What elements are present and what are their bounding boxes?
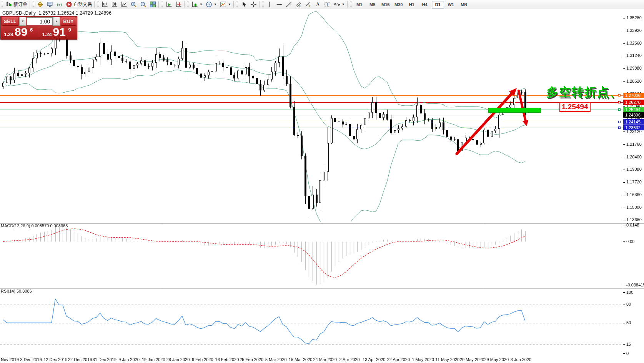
- indicators-icon: [191, 1, 198, 8]
- fibonacci-tool-button[interactable]: F: [303, 0, 313, 9]
- auto-scroll-button[interactable]: [164, 0, 174, 9]
- terminal-button[interactable]: [45, 0, 55, 9]
- timeframe-m5-button[interactable]: M5: [366, 1, 379, 8]
- bar-chart-mode-button[interactable]: [100, 0, 110, 9]
- toolbar-drag-handle[interactable]: [187, 2, 189, 7]
- timeframe-m1-button[interactable]: M1: [353, 1, 366, 8]
- ohlc-open: 1.25732: [38, 10, 56, 16]
- toolbar-drag-handle[interactable]: [33, 2, 34, 7]
- periods-button[interactable]: ▼: [204, 0, 218, 9]
- toolbar-separator: [158, 1, 159, 8]
- chart-shift-button[interactable]: [174, 0, 183, 9]
- buy-price-sup: 9: [68, 27, 71, 33]
- timeframe-m30-button[interactable]: M30: [393, 1, 405, 8]
- arrows-tool-button[interactable]: ▼: [332, 0, 346, 9]
- date-axis-label: 11 May 2020: [435, 357, 459, 362]
- rsi-label: RSI(14) 50.8086: [1, 289, 32, 293]
- volume-down-button[interactable]: ▼: [19, 17, 26, 26]
- signals-icon: [56, 1, 63, 8]
- new-order-button[interactable]: 新订单: [4, 0, 29, 9]
- date-axis-label: 3 Dec 2019: [20, 357, 42, 362]
- line-chart-mode-button[interactable]: [119, 0, 129, 9]
- templates-dropdown-caret[interactable]: ▼: [228, 3, 231, 6]
- ohlc-low: 1.24729: [76, 10, 93, 16]
- indicators-button[interactable]: ▼: [190, 0, 204, 9]
- date-axis-label: 8 Jun 2020: [511, 357, 531, 362]
- periods-dropdown-caret[interactable]: ▼: [214, 3, 217, 6]
- zoom-in-button[interactable]: [129, 0, 138, 9]
- indicators-dropdown-caret[interactable]: ▼: [200, 3, 203, 6]
- date-axis-label: 5 Mar 2020: [265, 357, 287, 362]
- toolbar-drag-handle[interactable]: [236, 2, 238, 7]
- date-axis-label: 2 Apr 2020: [339, 357, 359, 362]
- trade-panel-controls: SELL ▼ ▲ BUY: [1, 17, 77, 26]
- channel-tool-button[interactable]: E: [294, 0, 303, 9]
- sell-price-sup: 6: [30, 27, 33, 33]
- candle-chart-mode-button[interactable]: [110, 0, 119, 9]
- volume-up-button[interactable]: ▲: [53, 17, 60, 26]
- arrows-tool-dropdown-caret[interactable]: ▼: [342, 3, 345, 6]
- timeframe-h1-button[interactable]: H1: [406, 1, 418, 8]
- price-tick-label: 1.33920: [626, 28, 642, 33]
- tiles-icon: [150, 1, 156, 8]
- toolbar-separator: [347, 1, 348, 8]
- price-callout-box[interactable]: 1.25494: [559, 102, 591, 112]
- market-watch-button[interactable]: [35, 0, 45, 9]
- zoom-out-icon: [140, 1, 146, 8]
- sell-button[interactable]: SELL: [2, 17, 18, 26]
- date-axis-label: Nov 2019: [1, 357, 19, 362]
- autotrading-button[interactable]: 自动交易: [64, 0, 93, 9]
- timeframe-h4-button[interactable]: H4: [419, 1, 431, 8]
- candles-icon: [111, 1, 118, 8]
- price-tag: 1.23532: [623, 125, 644, 130]
- tile-windows-button[interactable]: [148, 0, 158, 9]
- one-click-trading-panel: SELL ▼ ▲ BUY 1.24 89 6 1.24 91 9: [0, 16, 77, 40]
- volume-input[interactable]: [27, 17, 53, 25]
- new-order-label: 新订单: [13, 1, 27, 8]
- cursor-tool-button[interactable]: [239, 0, 249, 9]
- hline-icon: [276, 1, 283, 8]
- toolbar-drag-handle[interactable]: [350, 2, 352, 7]
- mt4-window: 新订单自动交易▼▼▼EFAT▼M1M5M15M30H1H4D1W1MN GBPU…: [0, 0, 644, 363]
- horizontal-line-tool-button[interactable]: [275, 0, 284, 9]
- macd-scale-label: -0.038415: [626, 283, 644, 287]
- buy-price-big: 91: [53, 25, 66, 38]
- textlabel-icon: T: [324, 1, 331, 8]
- trendline-tool-button[interactable]: [284, 0, 294, 9]
- macd-label: MACD(12,26,9) 0.008570 0.008363: [1, 223, 68, 228]
- chart-area[interactable]: [0, 0, 644, 363]
- toolbar-drag-handle[interactable]: [262, 2, 264, 7]
- fibo-icon: F: [305, 1, 311, 8]
- rsi-scale-label: 80: [626, 302, 631, 306]
- zoom-out-button[interactable]: [138, 0, 148, 9]
- macd-scale-label: 0.0148: [626, 223, 639, 227]
- date-axis-label: 9 Jan 2020: [118, 357, 139, 362]
- buy-button[interactable]: BUY: [61, 17, 76, 26]
- sell-price[interactable]: 1.24 89 6: [1, 26, 39, 39]
- trendline-icon: [286, 1, 292, 8]
- signals-button[interactable]: [55, 0, 64, 9]
- timeframe-mn-button[interactable]: MN: [458, 1, 470, 8]
- buy-price[interactable]: 1.24 91 9: [39, 26, 77, 39]
- svg-text:E: E: [299, 4, 301, 8]
- rsi-scale-label: 100: [626, 290, 633, 295]
- date-axis-label: 16 Feb 2020: [215, 357, 239, 362]
- toolbar-drag-handle[interactable]: [97, 2, 99, 7]
- toolbar-drag-handle[interactable]: [2, 2, 3, 7]
- templates-button[interactable]: ▼: [218, 0, 233, 9]
- price-tick-label: 1.31240: [626, 53, 642, 58]
- date-axis-label: 19 Jan 2020: [142, 357, 165, 362]
- date-axis-label: 29 May 2020: [484, 357, 509, 362]
- vertical-line-tool-button[interactable]: [265, 0, 275, 9]
- timeframe-d1-button[interactable]: D1: [432, 1, 444, 8]
- text-tool-button[interactable]: A: [313, 0, 323, 9]
- crosshair-tool-button[interactable]: [249, 0, 258, 9]
- timeframe-m15-button[interactable]: M15: [379, 1, 392, 8]
- ohlc-high: 1.26524: [57, 10, 75, 16]
- text-label-tool-button[interactable]: T: [323, 0, 332, 9]
- toolbar-drag-handle[interactable]: [161, 2, 163, 7]
- rsi-value: 50.8086: [17, 289, 32, 293]
- timeframe-w1-button[interactable]: W1: [445, 1, 457, 8]
- arrows-icon: [334, 1, 340, 8]
- periods-icon: [206, 1, 212, 8]
